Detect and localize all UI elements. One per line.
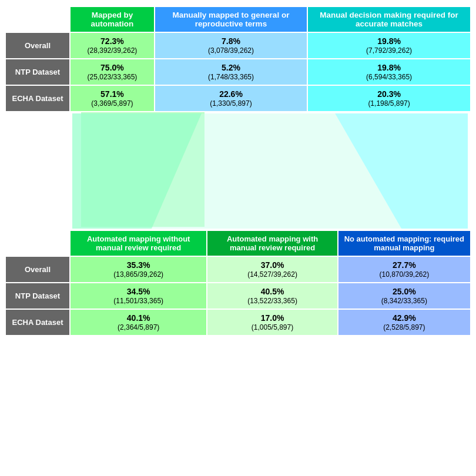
arrows-section [5, 112, 471, 230]
bottom-cell-0-1: 37.0%(14,527/39,262) [207, 256, 337, 283]
top-cell-0-0: 72.3%(28,392/39,262) [70, 32, 155, 59]
top-row-label-1: NTP Dataset [5, 59, 70, 85]
bottom-row-label-1: NTP Dataset [5, 283, 70, 309]
header-auto-no-review: Automated mapping without manual review … [70, 230, 207, 256]
header-no-auto: No automated mapping: required manual ma… [338, 230, 471, 256]
top-row-label-2: ECHA Dataset [5, 85, 70, 112]
bottom-cell-1-0: 34.5%(11,501/33,365) [70, 283, 207, 309]
bottom-corner-cell [5, 230, 70, 256]
top-cell-2-1: 22.6%(1,330/5,897) [155, 85, 307, 112]
top-cell-1-1: 5.2%(1,748/33,365) [155, 59, 307, 85]
header-manually-mapped: Manually mapped to general or reproducti… [155, 6, 307, 32]
bottom-cell-2-0: 40.1%(2,364/5,897) [70, 309, 207, 336]
top-cell-2-0: 57.1%(3,369/5,897) [70, 85, 155, 112]
bottom-cell-0-0: 35.3%(13,865/39,262) [70, 256, 207, 283]
bottom-cell-2-1: 17.0%(1,005/5,897) [207, 309, 337, 336]
header-auto-with-review: Automated mapping with manual review req… [207, 230, 337, 256]
main-container: Mapped by automation Manually mapped to … [0, 0, 476, 342]
top-cell-2-2: 20.3%(1,198/5,897) [307, 85, 471, 112]
bottom-cell-2-2: 42.9%(2,528/5,897) [338, 309, 471, 336]
top-cell-1-0: 75.0%(25,023/33,365) [70, 59, 155, 85]
top-table: Mapped by automation Manually mapped to … [5, 6, 471, 112]
header-mapped-by-automation: Mapped by automation [70, 6, 155, 32]
top-row-label-0: Overall [5, 32, 70, 59]
bottom-row-label-2: ECHA Dataset [5, 309, 70, 336]
top-cell-0-1: 7.8%(3,078/39,262) [155, 32, 307, 59]
bottom-table: Automated mapping without manual review … [5, 230, 471, 336]
top-cell-0-2: 19.8%(7,792/39,262) [307, 32, 471, 59]
bottom-cell-1-1: 40.5%(13,522/33,365) [207, 283, 337, 309]
corner-cell [5, 6, 70, 32]
bottom-cell-1-2: 25.0%(8,342/33,365) [338, 283, 471, 309]
top-cell-1-2: 19.8%(6,594/33,365) [307, 59, 471, 85]
bottom-row-label-0: Overall [5, 256, 70, 283]
bottom-cell-0-2: 27.7%(10,870/39,262) [338, 256, 471, 283]
arrows-svg [5, 112, 471, 230]
header-manual-decision: Manual decision making required for accu… [307, 6, 471, 32]
